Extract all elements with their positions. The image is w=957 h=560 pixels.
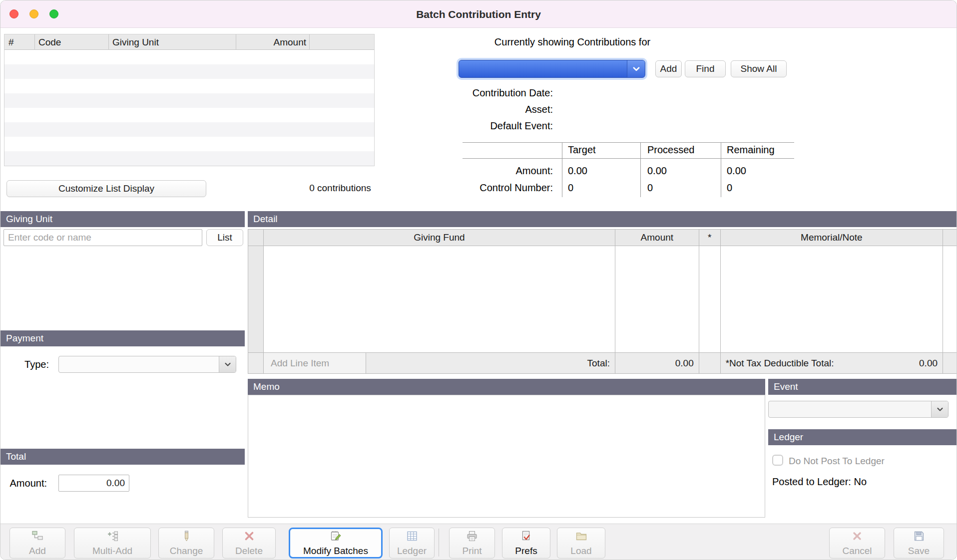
prefs-document-icon — [520, 530, 533, 545]
multi-add-button[interactable]: Multi-Add — [74, 528, 151, 559]
titlebar: Batch Contribution Entry — [0, 0, 957, 28]
total-section-header: Total — [0, 449, 245, 465]
detail-body-giving-fund — [264, 246, 615, 352]
giving-unit-section-header: Giving Unit — [0, 211, 245, 227]
do-not-post-label: Do Not Post To Ledger — [789, 456, 885, 467]
cancel-x-icon — [851, 530, 864, 545]
batch-select-value — [459, 60, 627, 77]
batch-add-label: Add — [660, 63, 677, 74]
detail-col-amount: Amount — [615, 230, 699, 246]
do-not-post-checkbox[interactable] — [772, 455, 783, 466]
column-divider — [108, 34, 109, 50]
detail-col-giving-fund: Giving Fund — [264, 230, 615, 246]
detail-gutter — [248, 246, 264, 352]
contributions-list: # Code Giving Unit Amount — [4, 34, 375, 166]
detail-body-amount — [615, 246, 699, 352]
column-header-number[interactable]: # — [8, 34, 14, 50]
stats-divider — [640, 142, 641, 197]
zoom-button[interactable] — [49, 9, 58, 18]
add-button-label: Add — [29, 546, 46, 557]
stats-rule-top — [463, 142, 794, 143]
batch-add-button[interactable]: Add — [655, 60, 682, 77]
list-row — [4, 93, 374, 108]
stats-col-remaining: Remaining — [727, 144, 775, 156]
column-divider — [34, 34, 35, 50]
list-row — [4, 50, 374, 64]
contribution-date-label: Contribution Date: — [423, 87, 553, 99]
multi-add-button-label: Multi-Add — [92, 546, 132, 557]
print-button[interactable]: Print — [449, 528, 495, 559]
payment-type-value — [59, 356, 219, 372]
batch-show-all-label: Show All — [741, 63, 777, 74]
modify-batches-button[interactable]: Modify Batches — [289, 528, 383, 559]
batch-heading: Currently showing Contributions for — [450, 36, 695, 48]
detail-star-cell — [699, 353, 721, 373]
add-button[interactable]: Add — [9, 528, 65, 559]
event-section-header: Event — [768, 379, 957, 395]
column-header-code[interactable]: Code — [38, 34, 61, 50]
event-select[interactable] — [768, 401, 949, 418]
customize-list-display-label: Customize List Display — [58, 183, 154, 194]
batch-find-label: Find — [696, 63, 715, 74]
stats-divider — [721, 142, 721, 197]
payment-section-header: Payment — [0, 330, 245, 346]
batch-contribution-entry-window: Batch Contribution Entry # Code Giving U… — [0, 0, 957, 560]
column-header-amount[interactable]: Amount — [236, 34, 306, 50]
memo-section-header: Memo — [248, 379, 765, 395]
batch-select[interactable] — [459, 60, 645, 78]
modify-batches-button-label: Modify Batches — [303, 546, 368, 557]
giving-unit-search-input[interactable] — [3, 229, 202, 246]
stats-amount-processed: 0.00 — [647, 165, 667, 177]
contribution-count: 0 contributions — [270, 183, 410, 194]
load-button[interactable]: Load — [557, 528, 605, 559]
not-tax-deductible-value: 0.00 — [919, 358, 938, 369]
customize-list-display-button[interactable]: Customize List Display — [6, 180, 206, 197]
memo-textarea[interactable] — [248, 395, 765, 518]
stats-rule-header — [463, 158, 794, 159]
not-tax-deductible-cell: *Not Tax Deductible Total: 0.00 — [721, 353, 943, 373]
stats-control-processed: 0 — [647, 182, 653, 194]
prefs-button[interactable]: Prefs — [502, 528, 550, 559]
delete-button[interactable]: Delete — [222, 528, 276, 559]
total-amount-input[interactable] — [58, 475, 129, 492]
detail-grid-header: Giving Fund Amount * Memorial/Note — [248, 229, 957, 246]
detail-body-memorial — [721, 246, 943, 352]
load-button-label: Load — [570, 546, 591, 557]
payment-type-select[interactable] — [58, 356, 236, 373]
batch-show-all-button[interactable]: Show All — [731, 60, 787, 77]
detail-col-star: * — [699, 230, 721, 246]
add-line-item-button[interactable]: Add Line Item — [264, 353, 366, 373]
chevron-down-icon — [219, 356, 236, 372]
detail-gutter — [248, 353, 264, 373]
pencil-icon — [180, 530, 193, 545]
ledger-button[interactable]: Ledger — [389, 528, 435, 559]
total-amount-label: Amount: — [7, 478, 47, 489]
stats-control-label: Control Number: — [423, 182, 553, 194]
stats-control-remaining: 0 — [727, 182, 732, 194]
event-select-value — [769, 401, 931, 417]
close-button[interactable] — [9, 9, 18, 18]
giving-unit-list-button[interactable]: List — [206, 229, 243, 246]
stats-control-target: 0 — [568, 182, 573, 194]
detail-totals-row: Add Line Item Total: 0.00 *Not Tax Deduc… — [248, 353, 957, 374]
toolbar-separator — [439, 529, 439, 557]
contributions-list-body[interactable] — [4, 50, 374, 166]
floppy-disk-icon — [913, 530, 926, 545]
column-header-giving-unit[interactable]: Giving Unit — [112, 34, 159, 50]
folder-icon — [575, 530, 588, 545]
detail-grid-body[interactable] — [248, 246, 957, 353]
detail-gutter — [248, 230, 264, 246]
delete-x-icon — [243, 530, 256, 545]
minimize-button[interactable] — [29, 9, 38, 18]
not-tax-deductible-label: *Not Tax Deductible Total: — [726, 358, 834, 369]
save-button[interactable]: Save — [894, 528, 944, 559]
detail-gutter — [943, 230, 957, 246]
change-button[interactable]: Change — [158, 528, 214, 559]
posted-to-ledger-text: Posted to Ledger: No — [772, 476, 867, 488]
detail-section-header: Detail — [248, 211, 957, 227]
cancel-button[interactable]: Cancel — [829, 528, 885, 559]
detail-body-star — [699, 246, 721, 352]
notepad-pencil-icon — [329, 530, 342, 545]
ledger-button-label: Ledger — [397, 546, 427, 557]
batch-find-button[interactable]: Find — [685, 60, 726, 77]
